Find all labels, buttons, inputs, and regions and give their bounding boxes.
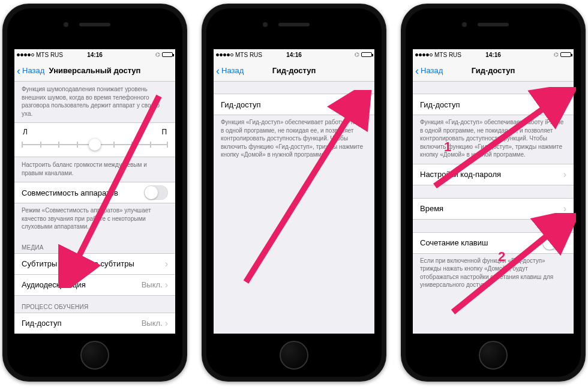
guided-access-cell[interactable]: Гид-доступ [413, 94, 574, 115]
battery-icon [361, 52, 372, 57]
subtitles-label: Субтитры и Скрытые субтитры [22, 259, 165, 268]
nav-title: Гид-доступ [214, 66, 374, 75]
balance-right-label: П [161, 128, 167, 136]
status-time: 14:16 [214, 52, 374, 58]
compat-footer: Режим «Совместимость аппаратов» улучшает… [14, 203, 175, 236]
balance-slider[interactable] [22, 139, 168, 151]
guided-access-label: Гид-доступ [221, 100, 343, 109]
battery-icon [162, 52, 173, 57]
phone-frame-2: MTS RUS 14:16 ⌬ ‹ Назад Гид-доступ [202, 4, 386, 382]
guided-footer: Функция «Гид-доступ» обеспечивает работу… [214, 115, 374, 164]
guided-access-label: Гид-доступ [420, 100, 542, 109]
subtitles-cell[interactable]: Субтитры и Скрытые субтитры › [14, 253, 175, 275]
compat-cell[interactable]: Совместимость аппаратов [14, 182, 175, 203]
status-bar: MTS RUS 14:16 ⌬ [413, 49, 574, 60]
time-label: Время [420, 204, 563, 213]
chevron-right-icon: › [165, 280, 168, 290]
battery-icon [560, 52, 571, 57]
nav-bar: ‹ Назад Универсальный доступ [14, 60, 175, 82]
status-time: 14:16 [14, 52, 175, 58]
screen-1: MTS RUS 14:16 ⌬ ‹ Назад Универсальный до… [14, 49, 175, 334]
guided-access-toggle[interactable] [343, 97, 367, 112]
passcode-cell[interactable]: Настройки код-пароля › [413, 164, 574, 185]
compat-toggle[interactable] [144, 185, 168, 200]
balance-slider-cell: Л П [14, 122, 175, 157]
time-cell[interactable]: Время › [413, 198, 574, 220]
learning-header: ПРОЦЕСС ОБУЧЕНИЯ [14, 295, 175, 313]
nav-title: Универсальный доступ [14, 66, 175, 75]
phone-frame-3: MTS RUS 14:16 ⌬ ‹ Назад Гид-доступ [401, 4, 586, 382]
screen-2: MTS RUS 14:16 ⌬ ‹ Назад Гид-доступ [214, 49, 374, 334]
nav-title: Гид-доступ [413, 66, 574, 75]
home-button[interactable] [479, 341, 508, 370]
audio-desc-cell[interactable]: Аудиодескрипция Выкл. › [14, 274, 175, 296]
balance-footer: Настроить баланс громкости между левым и… [14, 157, 175, 182]
home-button[interactable] [280, 341, 308, 370]
guided-footer: Функция «Гид-доступ» обеспечивает работу… [413, 115, 574, 164]
media-header: МЕДИА [14, 236, 175, 253]
screen-3: MTS RUS 14:16 ⌬ ‹ Назад Гид-доступ [413, 49, 574, 334]
phone-frame-1: MTS RUS 14:16 ⌬ ‹ Назад Универсальный до… [2, 4, 187, 382]
nav-bar: ‹ Назад Гид-доступ [214, 60, 374, 82]
status-bar: MTS RUS 14:16 ⌬ [14, 49, 175, 60]
status-bar: MTS RUS 14:16 ⌬ [214, 49, 374, 60]
home-button[interactable] [80, 341, 109, 370]
guided-access-value: Выкл. [142, 319, 163, 328]
guided-access-cell[interactable]: Гид-доступ [214, 94, 374, 115]
passcode-label: Настройки код-пароля [420, 170, 563, 179]
compat-label: Совместимость аппаратов [22, 188, 144, 197]
screenshot-stage: MTS RUS 14:16 ⌬ ‹ Назад Универсальный до… [0, 0, 588, 390]
shortcut-label: Сочетание клавиш [420, 238, 542, 247]
balance-left-label: Л [23, 128, 28, 136]
audio-desc-label: Аудиодескрипция [22, 280, 142, 289]
guided-access-label: Гид-доступ [22, 319, 142, 328]
guided-access-cell[interactable]: Гид-доступ Выкл. › [14, 313, 175, 334]
shortcut-cell[interactable]: Сочетание клавиш [413, 232, 574, 254]
chevron-right-icon: › [165, 259, 168, 269]
chevron-right-icon: › [563, 169, 566, 180]
chevron-right-icon: › [165, 318, 168, 329]
nav-bar: ‹ Назад Гид-доступ [413, 60, 574, 82]
noise-footer: Функция шумоподавления понижает уровень … [14, 82, 175, 122]
guided-access-toggle[interactable] [542, 97, 566, 112]
audio-desc-value: Выкл. [142, 280, 163, 289]
chevron-right-icon: › [563, 203, 566, 214]
status-time: 14:16 [413, 52, 574, 58]
shortcut-footer: Если при включенной функции «Гид-доступ»… [413, 253, 574, 294]
shortcut-toggle[interactable] [542, 236, 566, 250]
